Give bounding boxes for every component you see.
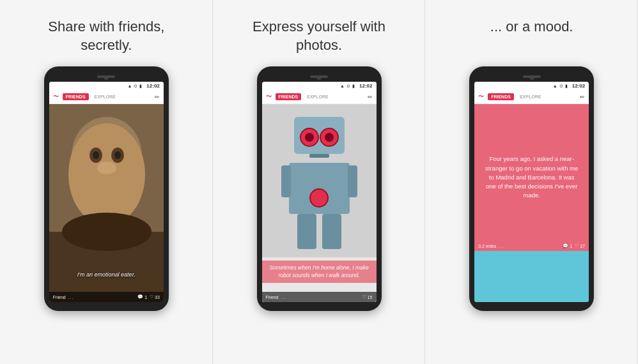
title-line2: secretly. <box>81 37 132 53</box>
comment-count-3: 1 <box>570 244 572 248</box>
nav-tab-explore-2[interactable]: EXPLORE <box>304 93 331 100</box>
status-bar-2: ▲ ⊙ ▮ 12:02 <box>262 82 377 90</box>
battery-icon-3: ▮ <box>565 84 568 89</box>
robot-caption-overlay: Sometimes when I'm home alone, I make ro… <box>262 261 377 283</box>
comment-count-1: 1 <box>144 295 147 300</box>
dots-1: ... <box>68 295 74 300</box>
content-area-1: I'm an emotional eater. Friend ... 💬 1 ♡… <box>49 104 164 302</box>
nav-tab-friends-2[interactable]: FRIENDS <box>276 93 302 100</box>
battery-icon: ▮ <box>139 84 142 89</box>
svg-point-8 <box>114 151 121 159</box>
svg-point-11 <box>62 213 152 251</box>
mood-bottom <box>474 251 589 302</box>
phone-camera-3 <box>529 75 534 80</box>
heart-group-2: ♡ 15 <box>362 294 373 300</box>
nav-tab-explore-3[interactable]: EXPLORE <box>517 93 544 100</box>
heart-count-2: 15 <box>368 295 373 300</box>
svg-rect-23 <box>297 214 316 249</box>
comment-group-1: 💬 1 <box>137 294 147 300</box>
mood-post-bar: 0.2 miles ... 💬 1 ♡ 27 <box>474 241 589 251</box>
title-line1-p3: ... or a mood. <box>490 19 573 34</box>
heart-count-1: 33 <box>155 295 160 300</box>
phone-2: ▲ ⊙ ▮ 12:02 〜 FRIENDS EXPLORE ✏ <box>257 66 382 311</box>
signal-icon-2: ▲ <box>340 84 345 88</box>
phone-top-bar-3 <box>474 75 589 78</box>
comment-group-3: 💬 1 <box>563 243 572 248</box>
svg-point-20 <box>310 189 328 207</box>
friend-label-2: Friend <box>266 295 279 300</box>
mood-text: Four years ago, I asked a near-stranger … <box>485 155 579 200</box>
title-line2-p2: photos. <box>296 37 342 53</box>
distance-label: 0.2 miles <box>478 244 496 248</box>
svg-point-9 <box>97 162 116 174</box>
app-nav-2: 〜 FRIENDS EXPLORE ✏ <box>262 90 377 104</box>
mood-top: Four years ago, I asked a near-stranger … <box>474 104 589 251</box>
mood-area: Four years ago, I asked a near-stranger … <box>474 104 589 302</box>
heart-group-1: ♡ 33 <box>150 294 160 300</box>
post-caption-1: I'm an emotional eater. <box>49 268 164 283</box>
signal-icon-3: ▲ <box>553 84 557 88</box>
panel-1-title: Share with friends, secretly. <box>48 18 164 55</box>
phone-3: ▲ ⊙ ▮ 12:02 〜 FRIENDS EXPLORE ✏ Four yea… <box>469 66 594 311</box>
edit-icon-3[interactable]: ✏ <box>580 94 585 100</box>
post-bar-1: Friend ... 💬 1 ♡ 33 <box>49 292 164 302</box>
svg-rect-21 <box>281 165 291 197</box>
nav-tab-friends-3[interactable]: FRIENDS <box>488 93 514 100</box>
panel-3-title: ... or a mood. <box>490 18 573 55</box>
wifi-icon-2: ⊙ <box>346 84 350 89</box>
title-line1: Share with friends, <box>48 19 164 34</box>
svg-rect-24 <box>322 214 341 249</box>
friend-label-1: Friend <box>53 295 66 300</box>
svg-rect-22 <box>348 165 357 197</box>
caption-text-1: I'm an emotional eater. <box>77 271 136 278</box>
dots-2: ... <box>281 295 286 300</box>
panel-2: Express yourself with photos. ▲ ⊙ ▮ 12:0… <box>213 0 426 364</box>
status-bar-3: ▲ ⊙ ▮ 12:02 <box>474 82 589 90</box>
dots-3: ... <box>499 244 504 248</box>
svg-point-7 <box>93 151 99 159</box>
post-bar-2: Friend ... ♡ 15 <box>262 292 377 302</box>
time-display-2: 12:02 <box>359 83 372 89</box>
nav-tab-explore-1[interactable]: EXPLORE <box>91 93 119 100</box>
phone-top-bar-1 <box>49 75 164 78</box>
svg-rect-18 <box>309 154 329 158</box>
phone-screen-2: ▲ ⊙ ▮ 12:02 〜 FRIENDS EXPLORE ✏ <box>262 82 377 302</box>
edit-icon-2[interactable]: ✏ <box>368 94 373 100</box>
phone-camera-2 <box>317 75 322 80</box>
battery-icon-2: ▮ <box>352 84 355 89</box>
phone-screen-1: ▲ ⊙ ▮ 12:02 〜 FRIENDS EXPLORE ✏ <box>49 82 164 302</box>
edit-icon-1[interactable]: ✏ <box>155 94 160 100</box>
app-logo-3: 〜 <box>478 93 484 101</box>
app-nav-3: 〜 FRIENDS EXPLORE ✏ <box>474 90 589 104</box>
app-nav-1: 〜 FRIENDS EXPLORE ✏ <box>49 90 164 104</box>
status-bar-1: ▲ ⊙ ▮ 12:02 <box>49 82 164 90</box>
svg-point-17 <box>325 133 334 142</box>
heart-group-3: ♡ 27 <box>575 243 585 248</box>
wifi-icon: ⊙ <box>134 84 137 89</box>
panel-1: Share with friends, secretly. ▲ ⊙ ▮ 12:0… <box>0 0 213 364</box>
phone-camera-1 <box>104 75 109 80</box>
phone-top-bar-2 <box>262 75 377 78</box>
panel-2-title: Express yourself with photos. <box>253 18 385 55</box>
app-logo-1: 〜 <box>53 93 59 101</box>
time-display: 12:02 <box>146 83 159 89</box>
panel-3: ... or a mood. ▲ ⊙ ▮ 12:02 〜 FRIENDS EXP… <box>425 0 638 364</box>
caption-text-2: Sometimes when I'm home alone, I make ro… <box>267 264 371 279</box>
heart-count-3: 27 <box>580 244 585 248</box>
phone-1: ▲ ⊙ ▮ 12:02 〜 FRIENDS EXPLORE ✏ <box>44 66 169 311</box>
phone-screen-3: ▲ ⊙ ▮ 12:02 〜 FRIENDS EXPLORE ✏ Four yea… <box>474 82 589 302</box>
time-display-3: 12:02 <box>572 83 585 89</box>
nav-tab-friends-1[interactable]: FRIENDS <box>63 93 89 100</box>
app-logo-2: 〜 <box>266 93 272 101</box>
title-line1-p2: Express yourself with <box>253 19 385 34</box>
wifi-icon-3: ⊙ <box>559 84 563 89</box>
signal-icon: ▲ <box>127 84 132 88</box>
svg-point-16 <box>305 133 314 142</box>
content-area-2: Sometimes when I'm home alone, I make ro… <box>262 104 377 302</box>
